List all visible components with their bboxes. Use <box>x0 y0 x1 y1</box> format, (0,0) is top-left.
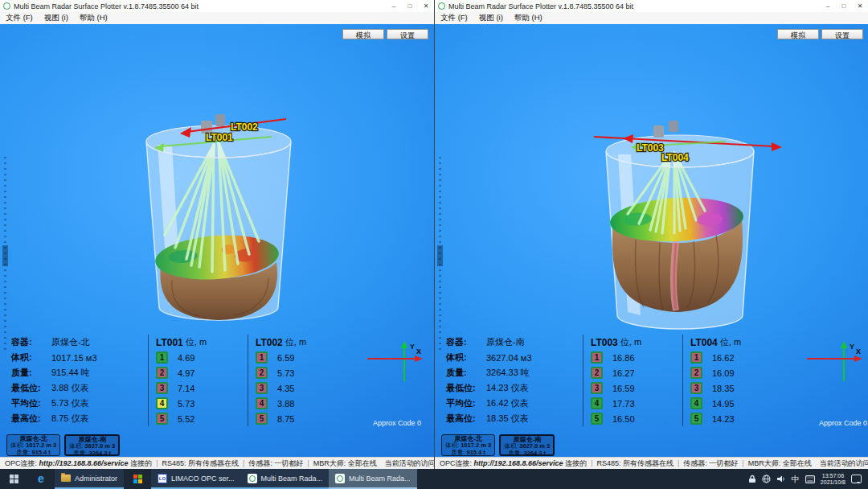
menu-file[interactable]: 文件 (F) <box>0 13 39 23</box>
title-bar[interactable]: Multi Beam Radar Surface Plotter v.1.8.7… <box>435 0 868 12</box>
container-info-column: 容器:原煤仓-南 体积:3627.04 м3 质量:3264.33 吨 最低位:… <box>446 335 579 426</box>
taskbar-item-limaco-opc[interactable]: LO LIMACO OPC ser... <box>151 469 241 489</box>
microsoft-store-icon <box>133 475 142 483</box>
padlock-icon[interactable] <box>748 475 756 483</box>
tab-silo-north[interactable]: 原煤仓-北 体积: 1017.2 m 3 质量: 915.4 t <box>6 434 60 456</box>
min-level-value: 14.23 仪表 <box>486 382 529 394</box>
title-bar[interactable]: Multi Beam Radar Surface Plotter v.1.8.7… <box>0 0 434 12</box>
silo-3d-viewport-south[interactable]: 模拟 设置 <box>435 24 868 457</box>
store-button[interactable] <box>124 469 151 489</box>
mass-value: 3264.33 吨 <box>486 367 530 379</box>
sensor-column-title: LT002 <box>256 337 283 348</box>
sensor-unit: 位, m <box>285 336 306 348</box>
sensor-device-lt003 <box>653 125 664 138</box>
sensor-column-lt004: LT004位, m 116.62 216.09 318.35 414.95 51… <box>682 335 779 426</box>
approx-code-label: Approx Code 0 <box>373 419 421 427</box>
start-button[interactable] <box>0 469 27 489</box>
menu-help[interactable]: 帮助 (H) <box>509 13 548 23</box>
close-button[interactable]: ✕ <box>852 0 868 12</box>
container-label: 容器: <box>446 336 486 348</box>
separator: | <box>307 459 309 467</box>
taskbar-item-administrator[interactable]: Administrator <box>55 469 124 489</box>
beam-status-badge: 4 <box>690 397 702 409</box>
min-level-value: 3.88 仪表 <box>51 382 88 394</box>
beam-row: 316.59 <box>591 380 679 396</box>
opc-url: http://192.168.8.66/service <box>39 459 129 467</box>
beam-row: 34.35 <box>256 380 344 396</box>
separator: | <box>678 459 679 467</box>
avg-level-label: 平均位: <box>11 397 51 409</box>
taskbar-item-multibeam-1[interactable]: Multi Beam Rada... <box>241 469 330 489</box>
menu-help[interactable]: 帮助 (H) <box>74 13 113 23</box>
opc-state: 连接的 <box>130 458 152 469</box>
sensors-status: 传感器: 一切都好 <box>683 458 738 469</box>
network-globe-icon[interactable] <box>762 475 771 483</box>
tab-silo-north[interactable]: 原煤仓-北 体积: 1017.2 m 3 质量: 915.4 t <box>441 434 495 456</box>
clock[interactable]: 13:57:06 2021/10/8 <box>821 473 845 486</box>
min-level-label: 最低位: <box>11 382 51 394</box>
beam-status-badge: 4 <box>256 397 268 409</box>
ime-indicator[interactable]: 中 <box>792 474 800 485</box>
beam-row: 414.95 <box>690 396 779 411</box>
beam-value: 7.14 <box>178 384 194 393</box>
access-level-label: 当前活动的访问级别: <box>820 459 868 467</box>
beam-row: 45.73 <box>156 396 244 411</box>
sensors-status: 传感器: 一切都好 <box>248 458 303 469</box>
settings-button[interactable]: 设置 <box>387 29 428 39</box>
beam-status-badge: 4 <box>156 397 168 409</box>
simulate-button[interactable]: 模拟 <box>777 29 819 39</box>
beam-value: 18.35 <box>712 384 735 393</box>
access-level-label: 当前活动的访问级别: <box>385 459 434 467</box>
opc-url: http://192.168.8.66/service <box>474 459 563 467</box>
avg-level-value: 16.42 仪表 <box>486 397 529 409</box>
sensor-column-lt003: LT003位, m 116.86 216.27 316.59 417.73 51… <box>583 335 679 426</box>
beam-value: 5.73 <box>178 399 194 409</box>
tab-silo-south[interactable]: 原煤仓-南 体积: 3627.0 m 3 质量: 3264.3 t <box>499 434 555 456</box>
app-logo-icon <box>438 2 445 10</box>
maximize-button[interactable]: □ <box>836 0 852 12</box>
sensor-column-lt002: LT002位, m 16.59 25.73 34.35 43.88 58.75 <box>248 335 344 426</box>
beam-value: 3.88 <box>277 399 294 409</box>
taskbar-item-multibeam-2[interactable]: Multi Beam Rada... <box>329 469 417 489</box>
avg-level-value: 5.73 仪表 <box>51 397 88 409</box>
axis-x-label: X <box>416 347 421 355</box>
tab-silo-south[interactable]: 原煤仓-南 体积: 3627.0 m 3 质量: 3264.3 t <box>64 434 120 456</box>
silo-3d-viewport-north[interactable]: 模拟 设置 <box>0 24 434 457</box>
volume-icon[interactable] <box>776 475 786 483</box>
min-level-label: 最低位: <box>446 382 486 394</box>
menu-file[interactable]: 文件 (F) <box>435 13 473 23</box>
separator: | <box>243 459 244 467</box>
menu-view[interactable]: 视图 (i) <box>39 13 74 23</box>
taskbar-item-label: Multi Beam Rada... <box>261 475 323 483</box>
beam-row: 417.73 <box>591 396 679 411</box>
beam-status-badge: 2 <box>690 367 702 379</box>
minimize-button[interactable]: – <box>386 0 402 12</box>
opc-label: OPC连接: <box>5 458 37 469</box>
touch-keyboard-icon[interactable] <box>805 475 815 483</box>
maximize-button[interactable]: □ <box>402 0 418 12</box>
container-tabs: 原煤仓-北 体积: 1017.2 m 3 质量: 915.4 t 原煤仓-南 体… <box>441 434 555 456</box>
mass-value: 915.44 吨 <box>51 367 90 379</box>
beam-status-badge: 1 <box>256 351 268 364</box>
beam-value: 14.95 <box>712 399 735 409</box>
notification-center-icon[interactable] <box>851 475 862 483</box>
volume-value: 3627.04 м3 <box>486 353 532 363</box>
menu-view[interactable]: 视图 (i) <box>473 13 509 23</box>
rs485-status: RS485: 所有传感器在线 <box>162 458 239 469</box>
beam-value: 8.75 <box>277 414 294 424</box>
beam-row: 37.14 <box>156 380 244 396</box>
simulate-button[interactable]: 模拟 <box>342 29 384 39</box>
minimize-button[interactable]: – <box>820 0 836 12</box>
windows-taskbar: e Administrator LO LIMACO OPC ser... Mul… <box>0 469 868 489</box>
mbr-status: MBR大师: 全部在线 <box>313 458 377 469</box>
settings-button[interactable]: 设置 <box>821 29 863 39</box>
sensor-label-lt003: LT003 <box>637 142 664 154</box>
sensor-device-lt002 <box>215 114 225 126</box>
sensor-column-lt001: LT001位, m 14.69 24.97 37.14 45.73 55.52 <box>148 335 244 426</box>
beam-status-badge: 3 <box>690 382 702 394</box>
beam-status-badge: 3 <box>256 382 268 394</box>
close-button[interactable]: ✕ <box>418 0 434 12</box>
app-window-south: Multi Beam Radar Surface Plotter v.1.8.7… <box>434 0 868 469</box>
beam-row: 514.23 <box>690 411 779 426</box>
edge-browser-button[interactable]: e <box>27 469 55 489</box>
